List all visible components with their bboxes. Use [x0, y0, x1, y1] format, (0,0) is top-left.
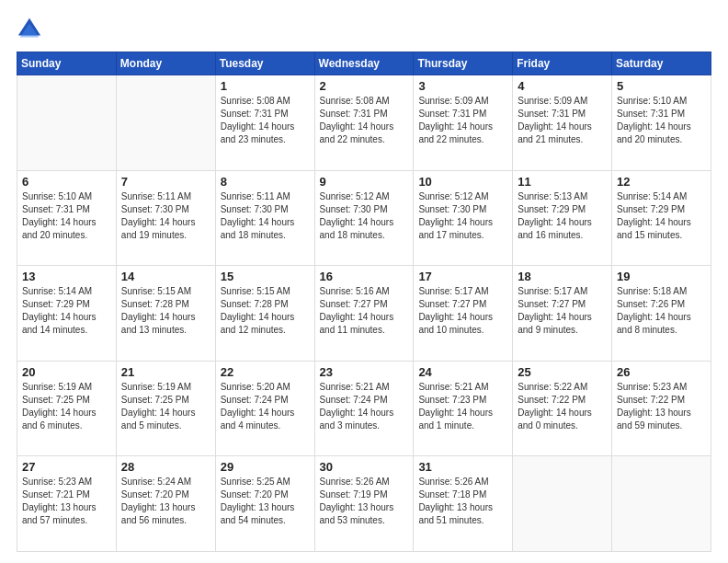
calendar-cell: 14Sunrise: 5:15 AMSunset: 7:28 PMDayligh…: [116, 266, 215, 362]
day-number: 25: [518, 365, 607, 379]
day-number: 5: [617, 79, 706, 93]
calendar-cell: 18Sunrise: 5:17 AMSunset: 7:27 PMDayligh…: [513, 266, 612, 362]
calendar-cell: 8Sunrise: 5:11 AMSunset: 7:30 PMDaylight…: [215, 170, 314, 266]
cell-info: Sunrise: 5:14 AMSunset: 7:29 PMDaylight:…: [617, 190, 706, 242]
calendar-cell: 28Sunrise: 5:24 AMSunset: 7:20 PMDayligh…: [116, 456, 215, 552]
weekday-monday: Monday: [116, 52, 215, 75]
calendar-cell: 2Sunrise: 5:08 AMSunset: 7:31 PMDaylight…: [314, 75, 414, 171]
day-number: 29: [221, 460, 310, 474]
weekday-header-row: SundayMondayTuesdayWednesdayThursdayFrid…: [17, 52, 711, 75]
cell-info: Sunrise: 5:16 AMSunset: 7:27 PMDaylight:…: [320, 285, 409, 337]
day-number: 13: [22, 270, 111, 283]
day-number: 30: [320, 460, 409, 474]
day-number: 19: [617, 270, 706, 283]
weekday-friday: Friday: [513, 52, 612, 75]
calendar-cell: 27Sunrise: 5:23 AMSunset: 7:21 PMDayligh…: [17, 456, 117, 552]
day-number: 2: [320, 79, 409, 93]
day-number: 3: [418, 79, 507, 93]
logo-icon: [17, 17, 42, 42]
cell-info: Sunrise: 5:24 AMSunset: 7:20 PMDaylight:…: [121, 476, 210, 527]
cell-info: Sunrise: 5:10 AMSunset: 7:31 PMDaylight:…: [617, 95, 706, 146]
cell-info: Sunrise: 5:21 AMSunset: 7:23 PMDaylight:…: [418, 381, 507, 432]
cell-info: Sunrise: 5:23 AMSunset: 7:22 PMDaylight:…: [617, 381, 706, 432]
day-number: 15: [221, 270, 310, 283]
day-number: 16: [320, 270, 409, 283]
cell-info: Sunrise: 5:08 AMSunset: 7:31 PMDaylight:…: [320, 95, 409, 146]
cell-info: Sunrise: 5:10 AMSunset: 7:31 PMDaylight:…: [22, 190, 111, 242]
calendar-week-0: 1Sunrise: 5:08 AMSunset: 7:31 PMDaylight…: [17, 75, 711, 171]
cell-info: Sunrise: 5:22 AMSunset: 7:22 PMDaylight:…: [518, 381, 607, 432]
cell-info: Sunrise: 5:23 AMSunset: 7:21 PMDaylight:…: [22, 476, 111, 527]
cell-info: Sunrise: 5:19 AMSunset: 7:25 PMDaylight:…: [121, 381, 210, 432]
calendar-cell: 20Sunrise: 5:19 AMSunset: 7:25 PMDayligh…: [17, 361, 117, 456]
calendar-cell: 10Sunrise: 5:12 AMSunset: 7:30 PMDayligh…: [414, 170, 513, 266]
day-number: 9: [320, 175, 409, 189]
day-number: 21: [121, 365, 210, 379]
logo: [17, 17, 46, 42]
day-number: 23: [320, 365, 409, 379]
cell-info: Sunrise: 5:21 AMSunset: 7:24 PMDaylight:…: [320, 381, 409, 432]
calendar-cell: 24Sunrise: 5:21 AMSunset: 7:23 PMDayligh…: [414, 361, 513, 456]
calendar-cell: 30Sunrise: 5:26 AMSunset: 7:19 PMDayligh…: [314, 456, 414, 552]
cell-info: Sunrise: 5:17 AMSunset: 7:27 PMDaylight:…: [518, 285, 607, 337]
cell-info: Sunrise: 5:11 AMSunset: 7:30 PMDaylight:…: [221, 190, 310, 242]
cell-info: Sunrise: 5:09 AMSunset: 7:31 PMDaylight:…: [418, 95, 507, 146]
calendar-cell: 31Sunrise: 5:26 AMSunset: 7:18 PMDayligh…: [414, 456, 513, 552]
day-number: 24: [418, 365, 507, 379]
calendar-cell: 9Sunrise: 5:12 AMSunset: 7:30 PMDaylight…: [314, 170, 414, 266]
day-number: 14: [121, 270, 210, 283]
calendar-cell: [612, 456, 711, 552]
calendar-cell: 11Sunrise: 5:13 AMSunset: 7:29 PMDayligh…: [513, 170, 612, 266]
cell-info: Sunrise: 5:17 AMSunset: 7:27 PMDaylight:…: [418, 285, 507, 337]
calendar-cell: 4Sunrise: 5:09 AMSunset: 7:31 PMDaylight…: [513, 75, 612, 171]
calendar-cell: 12Sunrise: 5:14 AMSunset: 7:29 PMDayligh…: [612, 170, 711, 266]
day-number: 26: [617, 365, 706, 379]
cell-info: Sunrise: 5:18 AMSunset: 7:26 PMDaylight:…: [617, 285, 706, 337]
cell-info: Sunrise: 5:26 AMSunset: 7:18 PMDaylight:…: [418, 476, 507, 527]
weekday-thursday: Thursday: [414, 52, 513, 75]
cell-info: Sunrise: 5:20 AMSunset: 7:24 PMDaylight:…: [221, 381, 310, 432]
cell-info: Sunrise: 5:11 AMSunset: 7:30 PMDaylight:…: [121, 190, 210, 242]
header: [17, 17, 711, 42]
calendar-cell: 17Sunrise: 5:17 AMSunset: 7:27 PMDayligh…: [414, 266, 513, 362]
weekday-sunday: Sunday: [17, 52, 117, 75]
calendar-week-4: 27Sunrise: 5:23 AMSunset: 7:21 PMDayligh…: [17, 456, 711, 552]
weekday-tuesday: Tuesday: [215, 52, 314, 75]
day-number: 17: [418, 270, 507, 283]
cell-info: Sunrise: 5:19 AMSunset: 7:25 PMDaylight:…: [22, 381, 111, 432]
calendar-table: SundayMondayTuesdayWednesdayThursdayFrid…: [17, 52, 711, 552]
calendar-cell: 6Sunrise: 5:10 AMSunset: 7:31 PMDaylight…: [17, 170, 117, 266]
day-number: 11: [518, 175, 607, 189]
day-number: 4: [518, 79, 607, 93]
calendar-cell: 1Sunrise: 5:08 AMSunset: 7:31 PMDaylight…: [215, 75, 314, 171]
page: SundayMondayTuesdayWednesdayThursdayFrid…: [0, 0, 728, 563]
day-number: 12: [617, 175, 706, 189]
calendar-cell: 29Sunrise: 5:25 AMSunset: 7:20 PMDayligh…: [215, 456, 314, 552]
day-number: 18: [518, 270, 607, 283]
day-number: 31: [418, 460, 507, 474]
calendar-cell: 13Sunrise: 5:14 AMSunset: 7:29 PMDayligh…: [17, 266, 117, 362]
calendar-cell: 7Sunrise: 5:11 AMSunset: 7:30 PMDaylight…: [116, 170, 215, 266]
weekday-wednesday: Wednesday: [314, 52, 414, 75]
calendar-week-3: 20Sunrise: 5:19 AMSunset: 7:25 PMDayligh…: [17, 361, 711, 456]
day-number: 10: [418, 175, 507, 189]
cell-info: Sunrise: 5:09 AMSunset: 7:31 PMDaylight:…: [518, 95, 607, 146]
cell-info: Sunrise: 5:13 AMSunset: 7:29 PMDaylight:…: [518, 190, 607, 242]
calendar-cell: 22Sunrise: 5:20 AMSunset: 7:24 PMDayligh…: [215, 361, 314, 456]
weekday-saturday: Saturday: [612, 52, 711, 75]
calendar-cell: 23Sunrise: 5:21 AMSunset: 7:24 PMDayligh…: [314, 361, 414, 456]
cell-info: Sunrise: 5:15 AMSunset: 7:28 PMDaylight:…: [121, 285, 210, 337]
calendar-cell: 21Sunrise: 5:19 AMSunset: 7:25 PMDayligh…: [116, 361, 215, 456]
calendar-cell: [17, 75, 117, 171]
cell-info: Sunrise: 5:15 AMSunset: 7:28 PMDaylight:…: [221, 285, 310, 337]
day-number: 7: [121, 175, 210, 189]
calendar-cell: 15Sunrise: 5:15 AMSunset: 7:28 PMDayligh…: [215, 266, 314, 362]
calendar-cell: [116, 75, 215, 171]
calendar-cell: 5Sunrise: 5:10 AMSunset: 7:31 PMDaylight…: [612, 75, 711, 171]
day-number: 6: [22, 175, 111, 189]
cell-info: Sunrise: 5:26 AMSunset: 7:19 PMDaylight:…: [320, 476, 409, 527]
calendar-cell: 25Sunrise: 5:22 AMSunset: 7:22 PMDayligh…: [513, 361, 612, 456]
calendar-cell: 19Sunrise: 5:18 AMSunset: 7:26 PMDayligh…: [612, 266, 711, 362]
cell-info: Sunrise: 5:12 AMSunset: 7:30 PMDaylight:…: [320, 190, 409, 242]
calendar-cell: 3Sunrise: 5:09 AMSunset: 7:31 PMDaylight…: [414, 75, 513, 171]
